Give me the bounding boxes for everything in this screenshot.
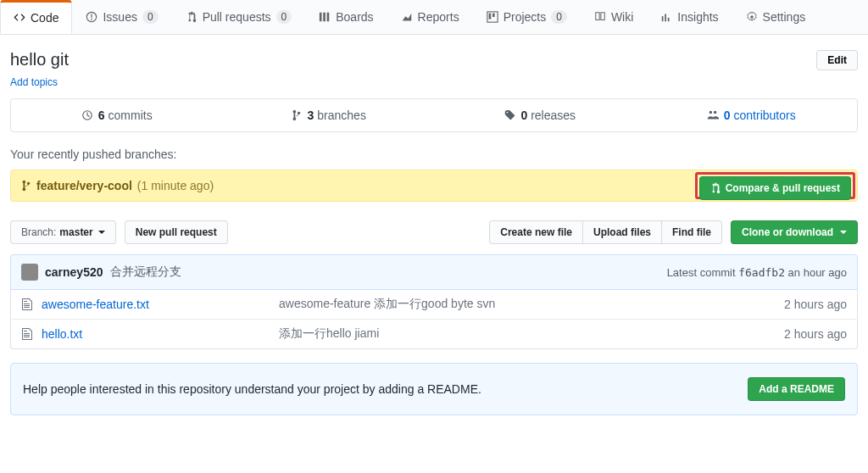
chevron-down-icon [840, 231, 847, 234]
tab-issues[interactable]: Issues 0 [72, 0, 171, 34]
file-list: awesome-feature.txt awesome-feature 添加一行… [10, 290, 858, 349]
file-name-link[interactable]: awesome-feature.txt [42, 298, 279, 311]
svg-rect-11 [665, 14, 667, 22]
tab-boards[interactable]: Boards [305, 0, 387, 34]
reports-icon [401, 11, 413, 23]
issue-icon [86, 11, 97, 23]
repo-description: hello git [10, 50, 858, 70]
tab-wiki[interactable]: Wiki [581, 0, 647, 34]
add-topics-link[interactable]: Add topics [10, 76, 58, 88]
repo-header: Edit hello git Add topics [10, 35, 858, 98]
tab-label: Pull requests [203, 10, 271, 24]
projects-icon [487, 11, 498, 23]
pr-icon [710, 182, 721, 194]
tab-label: Wiki [611, 10, 633, 24]
tab-code[interactable]: Code [0, 0, 72, 34]
branch-name: feature/very-cool [36, 179, 132, 192]
history-icon [81, 109, 93, 121]
commit-message[interactable]: 合并远程分支 [110, 264, 181, 280]
tab-label: Reports [418, 10, 459, 24]
tab-reports[interactable]: Reports [387, 0, 473, 34]
file-name-link[interactable]: hello.txt [42, 327, 279, 341]
svg-rect-8 [488, 14, 491, 19]
branch-select-button[interactable]: Branch: master [10, 220, 116, 244]
branches-link[interactable]: 3 branches [223, 99, 435, 131]
tag-icon [504, 109, 515, 121]
commit-sha[interactable]: f6adfb2 [738, 266, 785, 279]
tab-label: Settings [763, 10, 806, 24]
add-readme-button[interactable]: Add a README [748, 377, 845, 401]
tab-label: Issues [103, 10, 136, 24]
avatar[interactable] [21, 264, 38, 281]
gear-icon [746, 11, 758, 23]
repo-stats: 6 commits 3 branches 0 releases 0 contri… [10, 98, 858, 132]
readme-prompt-text: Help people interested in this repositor… [23, 382, 481, 396]
svg-rect-4 [324, 13, 326, 22]
contributors-link[interactable]: 0 contributors [646, 99, 858, 131]
readme-prompt: Help people interested in this repositor… [10, 363, 858, 415]
projects-counter: 0 [551, 10, 567, 24]
chevron-down-icon [98, 231, 105, 234]
tab-insights[interactable]: Insights [647, 0, 732, 34]
tab-settings[interactable]: Settings [732, 0, 820, 34]
insights-icon [660, 11, 672, 23]
tab-label: Code [31, 11, 58, 25]
recent-pushed-label: Your recently pushed branches: [10, 147, 858, 161]
tab-pull-requests[interactable]: Pull requests 0 [172, 0, 306, 34]
file-commit-message[interactable]: 添加一行hello jiami [279, 326, 784, 342]
file-row: awesome-feature.txt awesome-feature 添加一行… [11, 290, 857, 319]
tab-projects[interactable]: Projects 0 [473, 0, 581, 34]
pr-icon [186, 11, 198, 23]
tab-label: Boards [336, 10, 373, 24]
people-icon [707, 109, 719, 121]
file-icon [21, 298, 33, 311]
file-time: 2 hours ago [784, 327, 847, 341]
svg-point-1 [92, 19, 93, 20]
svg-rect-3 [320, 13, 322, 22]
svg-rect-12 [668, 18, 670, 21]
svg-marker-6 [402, 14, 411, 21]
repo-tabnav: Code Issues 0 Pull requests 0 Boards Rep… [0, 0, 868, 35]
new-pull-request-button[interactable]: New pull request [125, 220, 228, 244]
create-new-file-button[interactable]: Create new file [489, 220, 583, 244]
push-time: (1 minute ago) [137, 179, 214, 192]
branch-icon [21, 180, 31, 192]
recent-push-banner: feature/very-cool (1 minute ago) Compare… [10, 170, 858, 202]
file-toolbar: Branch: master New pull request Create n… [10, 220, 858, 244]
file-commit-message[interactable]: awesome-feature 添加一行good byte svn [279, 297, 784, 312]
file-icon [21, 327, 33, 341]
commit-author[interactable]: carney520 [45, 265, 103, 279]
code-icon [14, 12, 25, 24]
pr-counter: 0 [276, 10, 292, 24]
tab-label: Projects [504, 10, 547, 24]
releases-link[interactable]: 0 releases [434, 99, 646, 131]
latest-commit-row: carney520 合并远程分支 Latest commit f6adfb2 a… [10, 254, 858, 290]
file-time: 2 hours ago [784, 298, 847, 311]
boards-icon [319, 11, 331, 23]
svg-point-13 [750, 15, 754, 19]
highlight-annotation: Compare & pull request [695, 172, 855, 199]
find-file-button[interactable]: Find file [661, 220, 722, 244]
svg-rect-5 [327, 13, 330, 22]
file-row: hello.txt 添加一行hello jiami 2 hours ago [11, 319, 857, 348]
commit-time: an hour ago [788, 266, 847, 279]
wiki-icon [594, 11, 606, 23]
svg-rect-10 [662, 16, 664, 21]
issues-counter: 0 [142, 10, 159, 24]
compare-pull-request-button[interactable]: Compare & pull request [699, 176, 851, 200]
svg-rect-2 [92, 14, 92, 18]
branch-icon [291, 109, 303, 121]
svg-rect-9 [492, 14, 495, 17]
tab-label: Insights [677, 10, 718, 24]
commits-link[interactable]: 6 commits [11, 99, 223, 131]
edit-button[interactable]: Edit [816, 50, 858, 70]
clone-download-button[interactable]: Clone or download [731, 220, 858, 244]
upload-files-button[interactable]: Upload files [582, 220, 662, 244]
